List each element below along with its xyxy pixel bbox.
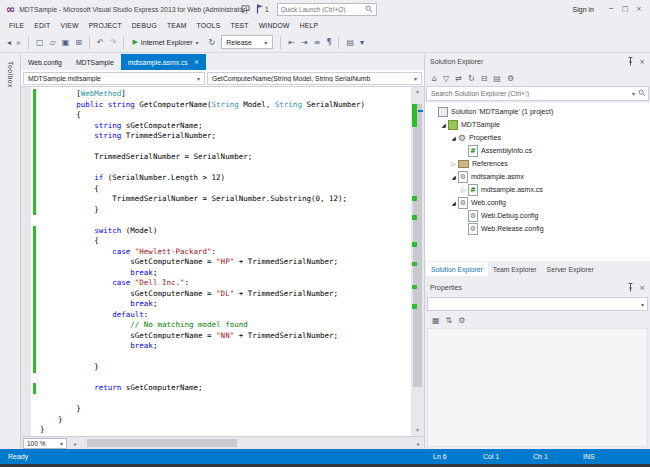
code-editor[interactable]: [WebMethod] public string GetComputerNam…: [21, 87, 424, 436]
menu-item-debug[interactable]: DEBUG: [127, 22, 162, 29]
expander-icon[interactable]: ▷: [449, 160, 458, 167]
expander-icon[interactable]: ◢: [449, 135, 458, 141]
refresh-icon[interactable]: ↻: [209, 38, 216, 47]
tree-item-solution-mdtsample-1-project[interactable]: Solution 'MDTSample' (1 project): [425, 105, 650, 118]
members-dropdown[interactable]: GetComputerName(String Model, String Ser…: [207, 72, 422, 85]
titlebar-right-group: Sign in ─□×: [573, 5, 646, 13]
outdent-icon[interactable]: ⇤: [288, 38, 295, 47]
panel-tab-solution-explorer[interactable]: Solution Explorer: [426, 262, 488, 276]
document-tab-web-config[interactable]: Web.config: [21, 54, 69, 70]
vertical-scrollbar[interactable]: [411, 87, 424, 436]
panel-tab-server-explorer[interactable]: Server Explorer: [542, 262, 599, 276]
home-icon[interactable]: ⌂: [432, 74, 437, 83]
menu-item-project[interactable]: PROJECT: [84, 22, 127, 29]
sign-in-button[interactable]: Sign in: [573, 6, 594, 13]
menu-item-edit[interactable]: EDIT: [29, 22, 55, 29]
document-tab-mdtsample[interactable]: MDTSample: [69, 54, 121, 70]
minimize-button[interactable]: ─: [604, 5, 618, 13]
filter-icon[interactable]: ▽: [443, 74, 449, 83]
expander-icon[interactable]: ◢: [449, 174, 458, 180]
scroll-down-icon[interactable]: [411, 426, 424, 436]
undo-icon[interactable]: ↶: [97, 38, 104, 47]
indent-icon[interactable]: ⇥: [301, 38, 308, 47]
toolbox-panel-tab[interactable]: Toolbox: [0, 53, 21, 449]
close-tab-icon[interactable]: ×: [194, 58, 199, 66]
show-all-files-icon[interactable]: ▤: [493, 74, 501, 83]
property-pages-icon[interactable]: ⚙: [458, 316, 465, 325]
navigate-forward-icon[interactable]: ▸: [17, 38, 21, 47]
tree-item-mdtsample[interactable]: ◢MDTSample: [425, 118, 650, 131]
sync-with-active-document-icon[interactable]: ⇄: [455, 74, 462, 83]
tree-item-web-release-config[interactable]: ⚙Web.Release.config: [425, 222, 650, 235]
refresh-icon[interactable]: ↻: [468, 74, 475, 83]
breakpoint-margin[interactable]: [21, 87, 31, 436]
menu-item-tools[interactable]: TOOLS: [192, 22, 226, 29]
tree-item-web-debug-config[interactable]: ⚙Web.Debug.config: [425, 209, 650, 222]
feedback-icon[interactable]: [241, 5, 250, 14]
save-all-icon[interactable]: ⊞: [75, 38, 82, 47]
menu-item-window[interactable]: WINDOW: [254, 22, 295, 29]
change-tracking-bar: [33, 205, 36, 216]
panel-tab-team-explorer[interactable]: Team Explorer: [488, 262, 542, 276]
zoom-dropdown[interactable]: 100 %: [23, 438, 67, 449]
code-area[interactable]: [WebMethod] public string GetComputerNam…: [31, 87, 411, 436]
types-dropdown[interactable]: MDTSample.mdtsample: [23, 72, 205, 85]
uncomment-icon[interactable]: ¶: [326, 38, 331, 47]
properties-icon: ⚙: [458, 133, 466, 143]
zoom-level: 100 %: [27, 440, 57, 447]
properties-object-dropdown[interactable]: [427, 297, 648, 311]
expander-icon[interactable]: ◢: [439, 122, 448, 128]
change-tracking-bar: [33, 173, 36, 184]
scrollbar-track[interactable]: [80, 437, 413, 449]
scrollbar-thumb[interactable]: [87, 439, 237, 447]
new-file-icon[interactable]: ▢: [36, 38, 44, 47]
solution-configurations-dropdown[interactable]: Release: [221, 35, 273, 49]
menu-item-team[interactable]: TEAM: [162, 22, 192, 29]
save-icon[interactable]: ▣: [62, 38, 70, 47]
pin-icon[interactable]: [627, 283, 634, 293]
redo-icon[interactable]: ↷: [110, 38, 117, 47]
search-icon: [638, 89, 646, 98]
comment-icon[interactable]: ≡: [314, 38, 321, 47]
status-character: Ch 1: [524, 453, 574, 460]
close-panel-icon[interactable]: ×: [639, 284, 645, 292]
notifications-flag-icon[interactable]: 1: [256, 4, 269, 14]
expander-icon[interactable]: ◢: [449, 200, 458, 206]
tree-item-assemblyinfo-cs[interactable]: #AssemblyInfo.cs: [425, 144, 650, 157]
categorized-icon[interactable]: ▦: [432, 316, 440, 325]
scrollbar-track[interactable]: [411, 97, 424, 426]
properties-icon[interactable]: ⚙: [507, 74, 514, 83]
tree-item-mdtsample-asmx-cs[interactable]: ▷#mdtsample.asmx.cs: [425, 183, 650, 196]
start-debugging-button[interactable]: ▶ Internet Explorer: [128, 34, 205, 50]
navigate-backward-icon[interactable]: ◂: [7, 38, 11, 47]
edit-icons-group: ↶↷: [94, 38, 119, 47]
tree-item-properties[interactable]: ◢⚙Properties: [425, 131, 650, 144]
find-in-files-icon[interactable]: ▤: [346, 38, 354, 47]
change-mark: [412, 285, 417, 290]
tree-item-references[interactable]: ▷References: [425, 157, 650, 170]
menu-item-help[interactable]: HELP: [295, 22, 324, 29]
menu-item-test[interactable]: TEST: [226, 22, 254, 29]
menu-item-file[interactable]: FILE: [4, 22, 29, 29]
cs-icon: #: [468, 145, 478, 157]
maximize-button[interactable]: □: [618, 5, 632, 13]
quick-launch-input[interactable]: Quick Launch (Ctrl+Q): [277, 3, 377, 16]
solution-explorer-search-input[interactable]: Search Solution Explorer (Ctrl+;): [426, 86, 649, 101]
pin-icon[interactable]: [627, 57, 634, 67]
scroll-right-icon[interactable]: [413, 440, 424, 447]
config-icon: ⚙: [458, 197, 468, 209]
horizontal-scrollbar[interactable]: 100 %: [21, 436, 424, 449]
toolbar-overflow-icon[interactable]: ▾: [360, 38, 364, 47]
open-file-icon[interactable]: ▱: [50, 38, 56, 47]
alphabetical-icon[interactable]: ⇅: [446, 316, 453, 325]
tree-item-mdtsample-asmx[interactable]: ◢⚙mdtsample.asmx: [425, 170, 650, 183]
menu-item-view[interactable]: VIEW: [55, 22, 83, 29]
close-panel-icon[interactable]: ×: [639, 58, 645, 66]
scroll-up-icon[interactable]: [411, 87, 424, 97]
document-tab-mdtsample-asmx-cs[interactable]: mdtsample.asmx.cs×: [121, 54, 207, 70]
close-button[interactable]: ×: [632, 5, 646, 13]
tree-item-web-config[interactable]: ◢⚙Web.config: [425, 196, 650, 209]
collapse-all-icon[interactable]: ⊟: [481, 74, 488, 83]
expander-icon[interactable]: ▷: [459, 186, 468, 193]
scroll-left-icon[interactable]: [69, 440, 80, 447]
